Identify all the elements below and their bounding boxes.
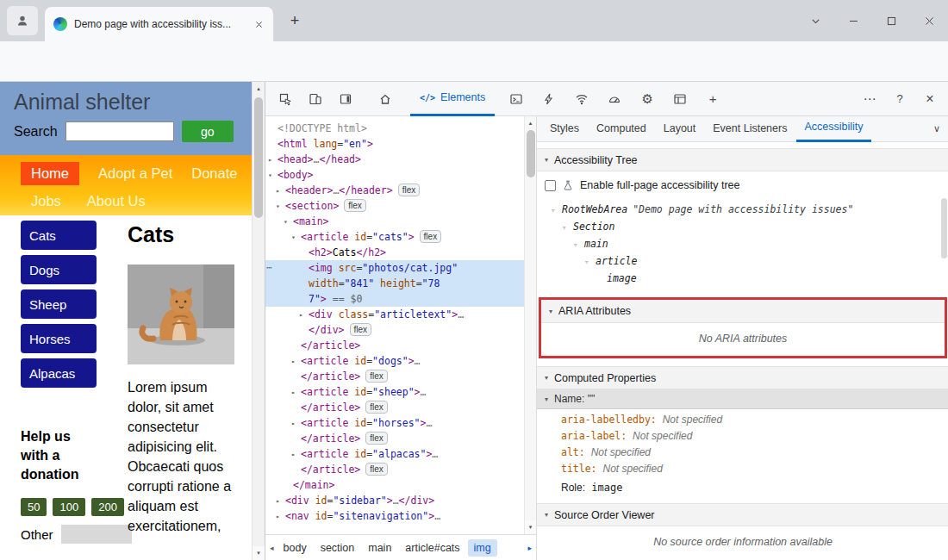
tab-accessibility[interactable]: Accessibility [796, 116, 870, 142]
elements-tree-line[interactable]: </div>flex [265, 322, 524, 338]
nav-link-adopt-a-pet[interactable]: Adopt a Pet [98, 165, 172, 182]
tab-layout[interactable]: Layout [656, 116, 704, 142]
donation-amount-button-50[interactable]: 50 [21, 498, 47, 516]
close-window-button[interactable] [910, 0, 948, 41]
scroll-down-icon[interactable]: ▾ [525, 520, 536, 534]
elements-tree-line[interactable]: ▾<section>flex [265, 198, 524, 214]
elements-tree-line[interactable]: ⋯<img src="photos/cat.jpg" [265, 260, 524, 276]
tabs-overflow-chevron-icon[interactable]: ∨ [933, 123, 940, 134]
elements-tree-line[interactable]: </article> [265, 338, 524, 353]
breadcrumb-scroll-right-icon[interactable]: ▸ [526, 544, 533, 552]
collapse-arrow-icon[interactable]: ▾ [268, 168, 277, 184]
elements-tree-line[interactable]: </article>flex [265, 462, 524, 477]
elements-tree-line[interactable]: width="841" height="78 [265, 276, 524, 291]
browser-tab[interactable]: Demo page with accessibility iss... [45, 7, 273, 41]
tab-elements[interactable]: </> Elements [410, 82, 495, 116]
donation-amount-button-100[interactable]: 100 [53, 498, 85, 516]
elements-tree-line[interactable]: ▸<nav id="sitenavigation">… [265, 508, 524, 524]
performance-button[interactable] [602, 86, 627, 112]
elements-tree-line[interactable]: </article>flex [265, 369, 524, 384]
breadcrumb-item-main[interactable]: main [362, 539, 397, 557]
accessibility-node-main[interactable]: ▿main [544, 235, 948, 252]
inspect-button[interactable] [272, 86, 298, 112]
section-header-accessibility-tree[interactable]: ▾ Accessibility Tree [537, 148, 948, 171]
elements-tree-line[interactable]: ▸<div class="articletext">… [265, 307, 524, 322]
accessibility-node-image[interactable]: image [544, 270, 948, 287]
breadcrumb-item-section[interactable]: section [315, 539, 361, 557]
elements-tree-line[interactable]: </article>flex [265, 400, 524, 415]
console-button[interactable] [503, 86, 529, 112]
collapse-arrow-icon[interactable]: ▾ [291, 230, 300, 246]
tab-close-icon[interactable] [251, 16, 266, 32]
maximize-button[interactable] [872, 0, 910, 41]
nav-link-home[interactable]: Home [21, 162, 79, 185]
application-button[interactable] [667, 86, 693, 112]
elements-tree-line[interactable]: </article>flex [265, 431, 524, 446]
elements-tree-line[interactable]: <html lang="en"> [265, 136, 524, 152]
elements-tree-line[interactable]: 7"> == $0 [265, 291, 524, 307]
more-tools-icon[interactable]: + [700, 86, 726, 112]
elements-tree-line[interactable]: <h2>Cats</h2> [265, 245, 524, 260]
nav-link-donate[interactable]: Donate [191, 165, 237, 182]
sidebar-scrollbar-thumb[interactable] [941, 198, 947, 258]
flex-badge[interactable]: flex [365, 401, 388, 414]
expander-icon[interactable]: ▿ [551, 202, 562, 219]
elements-tree-line[interactable]: ▸<header>…</header>flex [265, 183, 524, 198]
node-more-actions-icon[interactable]: ⋯ [266, 260, 273, 276]
expand-arrow-icon[interactable]: ▸ [291, 416, 300, 432]
category-button-alpacas[interactable]: Alpacas [21, 358, 97, 388]
nav-link-jobs[interactable]: Jobs [31, 193, 61, 209]
home-button[interactable] [372, 86, 398, 112]
elements-tree-line[interactable]: ▾<main> [265, 214, 524, 229]
elements-tree-line[interactable]: ▸<article id="dogs">… [265, 353, 524, 369]
settings-button[interactable]: ⚙ [634, 86, 660, 112]
collapse-arrow-icon[interactable]: ▾ [284, 215, 292, 230]
category-button-dogs[interactable]: Dogs [21, 255, 97, 284]
flex-badge[interactable]: flex [365, 370, 388, 383]
expand-arrow-icon[interactable]: ▸ [299, 308, 308, 323]
elements-tree-line[interactable]: <!DOCTYPE html> [265, 121, 524, 136]
go-button[interactable]: go [182, 121, 234, 142]
page-scrollbar-thumb[interactable] [254, 97, 263, 218]
breadcrumb-scroll-left-icon[interactable]: ◂ [268, 544, 276, 552]
flex-badge[interactable]: flex [365, 432, 388, 445]
tab-styles[interactable]: Styles [542, 116, 587, 142]
flex-badge[interactable]: flex [350, 323, 372, 336]
flex-badge[interactable]: flex [365, 463, 388, 476]
dock-side-button[interactable] [333, 86, 359, 112]
elements-tree-line[interactable]: ▸<article id="horses">… [265, 415, 524, 431]
nav-link-about-us[interactable]: About Us [87, 193, 146, 209]
expand-arrow-icon[interactable]: ▸ [268, 152, 277, 168]
network-button[interactable] [569, 86, 595, 112]
profile-button[interactable] [7, 6, 38, 35]
help-icon[interactable]: ? [887, 86, 913, 112]
expand-arrow-icon[interactable]: ▸ [291, 385, 300, 401]
scroll-down-icon[interactable]: ▾ [253, 546, 265, 560]
breadcrumb-item-img[interactable]: img [468, 539, 497, 557]
tab-actions-button[interactable] [796, 0, 834, 41]
tab-event-listeners[interactable]: Event Listeners [705, 116, 795, 142]
page-scrollbar[interactable]: ▴ ▾ [252, 82, 265, 560]
accessibility-node-article[interactable]: ▿article [544, 252, 948, 270]
elements-tree-line[interactable]: ▸<div id="sidebar">…</div> [265, 493, 524, 508]
collapse-arrow-icon[interactable]: ▾ [276, 199, 284, 215]
flex-badge[interactable]: flex [344, 199, 366, 212]
expand-arrow-icon[interactable]: ▸ [276, 509, 284, 525]
flex-badge[interactable]: flex [398, 184, 421, 196]
breadcrumb-item-body[interactable]: body [278, 539, 313, 557]
accessibility-node-rootwebarea[interactable]: ▿RootWebArea"Demo page with accessibilit… [544, 201, 948, 218]
scroll-up-icon[interactable]: ▴ [525, 116, 536, 130]
other-amount-input[interactable] [61, 525, 132, 544]
breadcrumb-item-article-cats[interactable]: article#cats [399, 539, 465, 557]
close-devtools-icon[interactable]: × [917, 86, 943, 112]
scroll-up-icon[interactable]: ▴ [253, 82, 265, 96]
elements-tree-line[interactable]: ▾<body> [265, 167, 524, 183]
computed-name-header[interactable]: ▾ Name: "" [537, 389, 948, 409]
issues-button[interactable] [536, 86, 562, 112]
elements-tree-line[interactable]: </main> [265, 477, 524, 493]
elements-tree-line[interactable]: ▸<article id="sheep">… [265, 384, 524, 400]
new-tab-button[interactable]: + [284, 10, 305, 31]
expander-icon[interactable]: ▿ [584, 253, 596, 271]
fullpage-tree-checkbox[interactable] [545, 180, 556, 191]
category-button-sheep[interactable]: Sheep [21, 289, 97, 319]
